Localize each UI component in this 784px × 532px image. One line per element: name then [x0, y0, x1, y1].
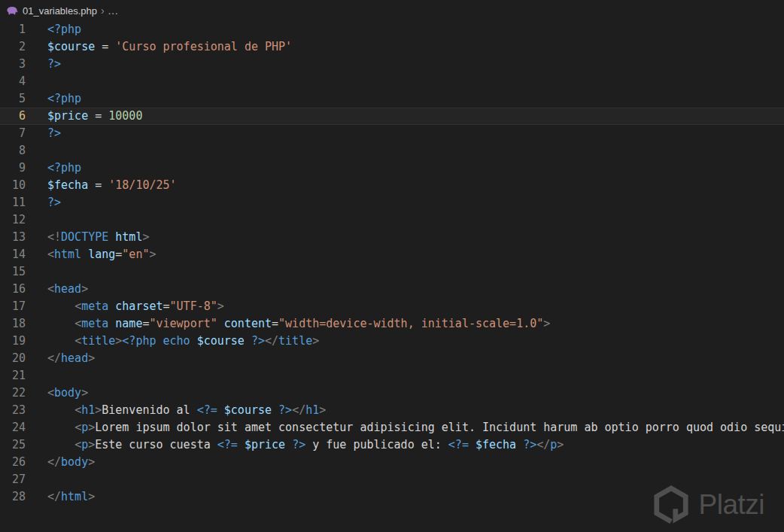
code-token: "UTF-8"	[170, 299, 217, 313]
line-number[interactable]: 3	[0, 56, 26, 73]
code-token: >	[319, 403, 326, 417]
code-token: >	[88, 351, 95, 365]
code-line[interactable]: 5<?php	[0, 90, 784, 108]
line-number[interactable]: 1	[0, 21, 26, 38]
code-content: <meta charset="UTF-8">	[26, 298, 224, 315]
code-token: </	[47, 490, 61, 503]
line-number[interactable]: 7	[0, 125, 26, 142]
code-token	[47, 438, 74, 451]
line-number[interactable]: 18	[0, 315, 26, 333]
code-content	[26, 211, 47, 229]
code-line[interactable]: 24 <p>Lorem ipsum dolor sit amet consect…	[0, 419, 784, 436]
line-number[interactable]: 23	[0, 402, 26, 419]
breadcrumb-symbol-ellipsis[interactable]: ...	[108, 5, 119, 17]
code-line[interactable]: 27	[0, 471, 784, 488]
code-content: <html lang="en">	[26, 246, 156, 263]
code-token: <	[74, 334, 81, 348]
code-content	[26, 142, 47, 160]
line-number[interactable]: 13	[0, 229, 26, 246]
line-number[interactable]: 11	[0, 194, 26, 211]
code-content	[26, 367, 47, 385]
code-token: html	[108, 230, 142, 244]
line-number[interactable]: 9	[0, 160, 26, 177]
code-line[interactable]: 17 <meta charset="UTF-8">	[0, 298, 784, 315]
line-number[interactable]: 19	[0, 333, 26, 350]
code-line[interactable]: 2$course = 'Curso profesional de PHP'	[0, 38, 784, 56]
code-line[interactable]: 8	[0, 142, 784, 160]
code-line[interactable]: 22<body>	[0, 385, 784, 402]
code-content: ?>	[26, 194, 61, 211]
code-line[interactable]: 20</head>	[0, 350, 784, 367]
code-token	[47, 317, 74, 330]
code-area[interactable]: 1<?php2$course = 'Curso profesional de P…	[0, 21, 784, 532]
line-number[interactable]: 14	[0, 246, 26, 263]
line-number[interactable]: 26	[0, 454, 26, 471]
line-number[interactable]: 16	[0, 281, 26, 298]
code-content	[26, 471, 47, 488]
line-number[interactable]: 25	[0, 436, 26, 454]
code-line[interactable]: 14<html lang="en">	[0, 246, 784, 263]
code-token: </	[265, 334, 278, 348]
code-content: <head>	[26, 281, 88, 298]
code-line[interactable]: 10$fecha = '18/10/25'	[0, 177, 784, 194]
code-content: $fecha = '18/10/25'	[26, 177, 177, 194]
code-line[interactable]: 1<?php	[0, 21, 784, 38]
code-token: >	[88, 455, 95, 469]
line-number[interactable]: 4	[0, 73, 26, 90]
line-number[interactable]: 5	[0, 90, 26, 108]
code-token: >	[543, 317, 550, 330]
code-token	[516, 438, 523, 451]
code-line[interactable]: 13<!DOCTYPE html>	[0, 229, 784, 246]
line-number[interactable]: 27	[0, 471, 26, 488]
code-line[interactable]: 4	[0, 73, 784, 90]
line-number[interactable]: 15	[0, 263, 26, 281]
code-token: >	[217, 299, 224, 313]
line-number[interactable]: 17	[0, 298, 26, 315]
line-number[interactable]: 24	[0, 419, 26, 436]
code-line[interactable]: 9<?php	[0, 160, 784, 177]
line-number[interactable]: 21	[0, 367, 26, 385]
code-line[interactable]: 25 <p>Este curso cuesta <?= $price ?> y …	[0, 436, 784, 454]
code-token: content	[217, 317, 272, 330]
code-token: "width=device-width, initial-scale=1.0"	[278, 317, 543, 330]
code-token: ?>	[47, 196, 61, 209]
breadcrumb-file-name[interactable]: 01_variables.php	[23, 5, 97, 17]
line-number[interactable]: 28	[0, 488, 26, 506]
code-token: 'Curso profesional de PHP'	[115, 40, 292, 53]
code-line[interactable]: 16<head>	[0, 281, 784, 298]
code-token: <	[74, 438, 81, 451]
code-content: ?>	[26, 56, 61, 73]
line-number[interactable]: 6	[0, 108, 26, 125]
code-token	[285, 438, 292, 451]
line-number[interactable]: 8	[0, 142, 26, 160]
line-number[interactable]: 20	[0, 350, 26, 367]
code-token: Este curso cuesta	[95, 438, 217, 451]
code-line[interactable]: 18 <meta name="viewport" content="width=…	[0, 315, 784, 333]
code-line[interactable]: 15	[0, 263, 784, 281]
code-line[interactable]: 19 <title><?php echo $course ?></title>	[0, 333, 784, 350]
line-number[interactable]: 10	[0, 177, 26, 194]
code-line[interactable]: 12	[0, 211, 784, 229]
code-line[interactable]: 23 <h1>Bienvenido al <?= $course ?></h1>	[0, 402, 784, 419]
code-content: $price = 10000	[26, 108, 142, 125]
line-number[interactable]: 22	[0, 385, 26, 402]
code-line[interactable]: 21	[0, 367, 784, 385]
code-token: =	[115, 248, 122, 261]
code-line[interactable]: 3?>	[0, 56, 784, 73]
code-token: <	[74, 403, 81, 417]
code-token: ?>	[278, 403, 292, 417]
code-line[interactable]: 26</body>	[0, 454, 784, 471]
code-token: <?php	[47, 92, 81, 105]
line-number[interactable]: 2	[0, 38, 26, 56]
code-line[interactable]: 11?>	[0, 194, 784, 211]
code-line[interactable]: 28</html>	[0, 488, 784, 506]
code-token: html	[54, 248, 81, 261]
code-line[interactable]: 7?>	[0, 125, 784, 142]
code-token: $fecha	[469, 438, 516, 451]
code-line[interactable]: 6$price = 10000	[0, 108, 784, 125]
code-content: <meta name="viewport" content="width=dev…	[26, 315, 550, 333]
code-token: =	[163, 299, 170, 313]
code-token: <	[74, 317, 81, 330]
code-token: $price	[47, 109, 88, 123]
line-number[interactable]: 12	[0, 211, 26, 229]
